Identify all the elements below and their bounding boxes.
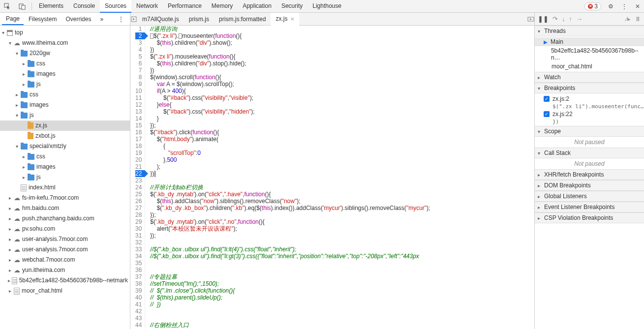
code-line[interactable]: }); [150,232,430,239]
code-line[interactable]: }) [150,67,430,74]
pause-exceptions-icon[interactable]: ⏸ [635,15,641,23]
line-number[interactable]: 22 [135,170,145,177]
step-over-icon[interactable]: ↷ [552,15,558,23]
tree-item[interactable]: index.html [0,182,130,193]
scope-section[interactable]: ▾Scope [535,126,644,137]
threads-section[interactable]: ▾Threads [535,26,644,36]
editor-tab[interactable]: zx.js× [271,13,299,26]
code-line[interactable]: $(".zx li").mouseenter(function(){ [150,32,430,39]
tree-item[interactable]: ▸images [0,69,130,79]
line-number[interactable]: 9 [135,81,142,88]
code-line[interactable]: $('.kb_dy .mytab').on("click",".no",func… [150,218,430,225]
line-number[interactable]: 23 [135,177,142,184]
line-number[interactable]: 3 [135,39,142,46]
breakpoints-section[interactable]: ▾Breakpoints [535,83,644,93]
code-line[interactable]: alert("本校区暂未开设该课程"); [150,225,430,232]
tree-item[interactable]: ▸images [0,162,130,172]
tree-item[interactable]: ▸☁hm.baidu.com [0,203,130,213]
code-line[interactable]: //$(".kb_box .ulbox ul").find("li:gt(3)"… [150,253,430,260]
tab-sources[interactable]: Sources [100,0,131,13]
code-line[interactable]: if(A > 400){ [150,88,430,94]
tab-security[interactable]: Security [276,0,307,13]
line-number[interactable]: 33 [135,246,142,253]
line-number[interactable]: 39 [135,287,142,294]
code-line[interactable] [150,239,430,246]
code-editor[interactable]: 1234567891011121314151617181920212223242… [130,26,534,329]
code-line[interactable] [150,267,430,273]
line-number[interactable]: 8 [135,74,142,81]
gear-icon[interactable]: ⚙ [604,1,617,12]
subtab-filesystem[interactable]: Filesystem [25,14,61,25]
code-line[interactable]: var A = $(window).scrollTop(); [150,81,430,88]
code-line[interactable]: // $(this).parent().slideUp(); [150,294,430,301]
global-section[interactable]: ▸Global Listeners [535,191,644,202]
tree-item[interactable]: ▸css [0,151,130,162]
tree-item[interactable]: ▾js [0,110,130,120]
line-number[interactable]: 14 [135,115,142,122]
line-number[interactable]: 20 [135,156,142,163]
code-line[interactable]: //通用咨询 [150,26,430,32]
line-number[interactable]: 24 [135,184,142,191]
tree-item[interactable]: ▸moor_chat.html [0,286,130,296]
thread-item[interactable]: 5b42effc1a482-5b4560367b98b--n… [535,46,644,62]
tree-item[interactable]: ▸☁webchat.7moor.com [0,255,130,265]
thread-item[interactable]: ▶Main [535,37,644,46]
code-line[interactable]: //右侧粉丝入口 [150,322,430,329]
code-line[interactable]: $(this).addClass("now").siblings().remov… [150,198,430,205]
step-into-icon[interactable]: ↓ [562,15,565,23]
line-number[interactable]: 37 [135,273,142,280]
tree-item[interactable]: ▸☁push.zhanzhang.baidu.com [0,213,130,224]
event-section[interactable]: ▸Event Listener Breakpoints [535,202,644,212]
line-number[interactable]: 21 [135,163,142,170]
line-number[interactable]: 18 [135,143,142,150]
line-number[interactable]: 12 [135,101,142,108]
line-number[interactable]: 4 [135,46,142,53]
line-number[interactable]: 26 [135,198,142,205]
tree-item[interactable]: ▸☁pv.sohu.com [0,224,130,234]
code-line[interactable]: //开班计划tab栏切换 [150,184,430,191]
line-number[interactable]: 42 [135,308,142,315]
code-line[interactable] [150,260,430,267]
tree-item[interactable]: ▸css [0,90,130,100]
line-number[interactable]: 7 [135,67,142,74]
line-number[interactable]: 41 [135,301,142,308]
line-number[interactable]: 44 [135,322,142,329]
code-line[interactable]: $(this).children("div").stop().hide(); [150,60,430,67]
code-line[interactable]: //$(".kb_box .ulbox ul").find("li:lt(4)"… [150,246,430,253]
code-line[interactable]: $('.kb_dy .mytab').on("click",".have",fu… [150,191,430,198]
line-number[interactable]: 15 [135,122,142,129]
dom-bp-section[interactable]: ▸DOM Breakpoints [535,180,644,191]
line-number[interactable]: 31 [135,232,142,239]
tree-item[interactable]: ▾☁www.itheima.com [0,38,130,48]
tree-item[interactable]: ▾top [0,28,130,38]
close-icon[interactable]: × [290,15,294,23]
code-line[interactable]: $("#back").css("visibility","hidden"); [150,108,430,115]
device-toggle-icon[interactable] [15,1,30,12]
line-number[interactable]: 2 [135,32,145,39]
line-number[interactable]: 6 [135,60,142,67]
line-number[interactable]: 32 [135,239,142,246]
overflow-icon[interactable]: » [96,14,107,25]
step-out-icon[interactable]: ↑ [569,15,573,23]
subtab-page[interactable]: Page [2,13,24,25]
more-icon[interactable]: ⋮ [617,1,631,12]
editor-tab[interactable]: m7AllQuote.js [137,13,184,26]
editor-tab[interactable]: prism.js:formatted [214,13,271,26]
line-number[interactable]: 28 [135,211,142,218]
tree-item[interactable]: ▸js [0,172,130,182]
line-number[interactable]: 19 [135,150,142,156]
run-snippet-icon[interactable] [527,16,534,23]
tab-memory[interactable]: Memory [207,0,238,13]
xhr-section[interactable]: ▸XHR/fetch Breakpoints [535,169,644,180]
code-line[interactable]: //专题拉幕 [150,273,430,280]
file-nav-icon[interactable] [130,16,137,23]
tab-performance[interactable]: Performance [163,0,207,13]
csp-section[interactable]: ▸CSP Violation Breakpoints [535,212,644,223]
step-icon[interactable]: → [576,15,583,23]
line-number[interactable]: 1 [135,26,142,32]
tree-item[interactable]: ▾special/xmtzly [0,141,130,151]
close-icon[interactable]: ✕ [631,1,644,12]
line-number[interactable]: 16 [135,129,142,136]
code-line[interactable]: $(".zx li").mouseleave(function(){ [150,53,430,60]
tab-application[interactable]: Application [238,0,276,13]
